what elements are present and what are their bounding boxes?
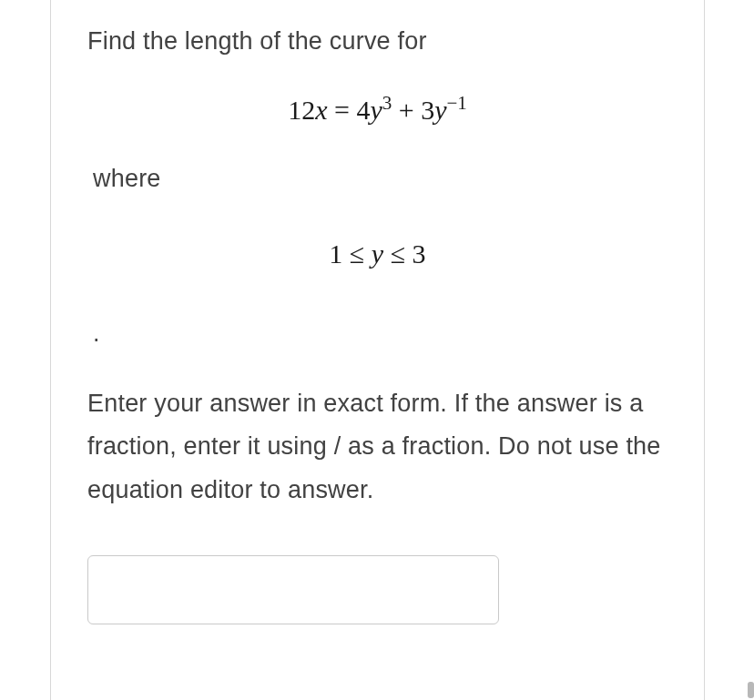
answer-input[interactable] — [87, 555, 499, 624]
question-prompt: Find the length of the curve for — [87, 27, 667, 56]
where-label: where — [87, 165, 667, 193]
panel-border-right — [704, 0, 705, 700]
answer-instructions: Enter your answer in exact form. If the … — [87, 382, 667, 512]
terminal-dot: . — [87, 320, 667, 348]
scrollbar-thumb[interactable] — [748, 682, 754, 698]
equation-display: 12x = 4y3 + 3y−1 — [87, 96, 667, 124]
question-panel: Find the length of the curve for 12x = 4… — [51, 0, 704, 661]
range-display: 1 ≤ y ≤ 3 — [87, 238, 667, 269]
